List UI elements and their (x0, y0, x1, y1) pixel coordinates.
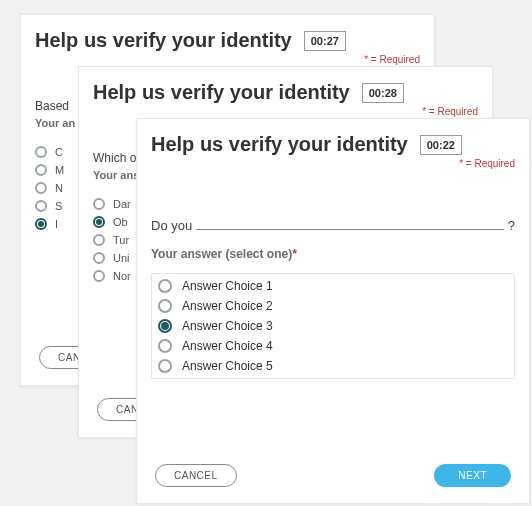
countdown-timer: 00:22 (420, 135, 462, 155)
option-label: Answer Choice 4 (182, 339, 273, 353)
option-label: Answer Choice 2 (182, 299, 273, 313)
radio-option[interactable]: Answer Choice 3 (156, 316, 510, 336)
page-title: Help us verify your identity (35, 29, 292, 52)
radio-icon (35, 164, 47, 176)
radio-icon (158, 279, 172, 293)
option-label: I (55, 218, 58, 230)
option-label: Answer Choice 1 (182, 279, 273, 293)
answer-instruction: Your answer (select one)* (151, 247, 515, 261)
verify-card-front: Help us verify your identity 00:22 * = R… (136, 118, 530, 504)
question-lead: Do you (151, 218, 192, 233)
radio-icon (93, 270, 105, 282)
option-label: Answer Choice 3 (182, 319, 273, 333)
radio-icon (93, 216, 105, 228)
radio-option[interactable]: Answer Choice 1 (156, 276, 510, 296)
radio-icon (158, 299, 172, 313)
option-label: Dar (113, 198, 131, 210)
radio-icon (35, 200, 47, 212)
next-button[interactable]: NEXT (434, 464, 511, 487)
radio-icon (35, 146, 47, 158)
radio-option[interactable]: Answer Choice 2 (156, 296, 510, 316)
option-label: S (55, 200, 62, 212)
radio-icon (158, 339, 172, 353)
radio-icon (158, 359, 172, 373)
option-label: N (55, 182, 63, 194)
question-blank (196, 217, 504, 230)
countdown-timer: 00:27 (304, 31, 346, 51)
radio-icon (158, 319, 172, 333)
radio-option[interactable]: Answer Choice 4 (156, 336, 510, 356)
question-line: Do you ? (151, 217, 515, 233)
option-label: Tur (113, 234, 129, 246)
cancel-button[interactable]: CANCEL (155, 464, 237, 487)
options-list: Answer Choice 1 Answer Choice 2 Answer C… (151, 273, 515, 379)
question-mark: ? (508, 218, 515, 233)
radio-icon (35, 218, 47, 230)
option-label: Uni (113, 252, 130, 264)
radio-icon (93, 252, 105, 264)
page-title: Help us verify your identity (93, 81, 350, 104)
option-label: Answer Choice 5 (182, 359, 273, 373)
page-title: Help us verify your identity (151, 133, 408, 156)
option-label: C (55, 146, 63, 158)
radio-icon (93, 198, 105, 210)
radio-option[interactable]: Answer Choice 5 (156, 356, 510, 376)
option-label: M (55, 164, 64, 176)
option-label: Ob (113, 216, 128, 228)
countdown-timer: 00:28 (362, 83, 404, 103)
radio-icon (35, 182, 47, 194)
required-note: * = Required (137, 156, 529, 177)
option-label: Nor (113, 270, 131, 282)
radio-icon (93, 234, 105, 246)
